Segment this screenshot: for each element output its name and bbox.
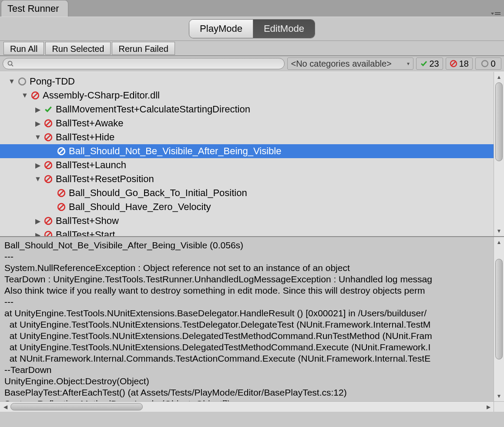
fail-icon xyxy=(44,216,53,226)
expand-arrow-icon[interactable]: ▶ xyxy=(34,105,42,114)
tree-row[interactable]: ▼BallTest+Hide xyxy=(0,130,504,144)
scroll-corner xyxy=(494,401,504,412)
tree-row[interactable]: ▶BallTest+Start xyxy=(0,228,504,236)
tab-bar: Test Runner xyxy=(0,0,504,17)
expand-arrow-icon[interactable]: ▼ xyxy=(34,175,42,183)
tree-item-label: BallMovementTest+CalculateStartingDirect… xyxy=(56,104,250,115)
tree-row[interactable]: Ball_Should_Not_Be_Visibile_After_Being_… xyxy=(0,144,504,158)
svg-line-18 xyxy=(46,163,50,167)
svg-rect-1 xyxy=(495,12,501,13)
run-all-button[interactable]: Run All xyxy=(3,42,44,55)
test-details[interactable]: Ball_Should_Not_Be_Visibile_After_Being_… xyxy=(0,237,504,412)
test-tree[interactable]: ▼Pong-TDD▼Assembly-CSharp-Editor.dll▶Bal… xyxy=(0,72,504,236)
svg-line-26 xyxy=(46,218,50,223)
expand-arrow-icon[interactable]: ▼ xyxy=(34,133,42,141)
search-input[interactable] xyxy=(16,59,280,68)
dropdown-arrow-icon: ▾ xyxy=(407,61,410,67)
tree-row[interactable]: ▼Assembly-CSharp-Editor.dll xyxy=(0,88,504,102)
window-tab-test-runner[interactable]: Test Runner xyxy=(1,0,68,17)
svg-line-4 xyxy=(12,65,13,67)
categories-dropdown[interactable]: <No categories available> ▾ xyxy=(287,58,413,70)
expand-arrow-icon[interactable]: ▶ xyxy=(34,119,42,128)
expand-arrow-icon[interactable]: ▶ xyxy=(34,217,42,225)
tree-row[interactable]: ▶BallTest+Awake xyxy=(0,116,504,130)
mode-toggle: PlayMode EditMode xyxy=(189,19,315,38)
tree-item-label: BallTest+Start xyxy=(56,229,115,236)
window-title: Test Runner xyxy=(7,3,59,14)
tree-item-label: BallTest+Launch xyxy=(56,159,126,171)
details-hscrollbar[interactable]: ◀ ▶ xyxy=(0,401,494,412)
tab-options-icon[interactable] xyxy=(491,11,501,16)
svg-point-3 xyxy=(8,61,12,65)
tree-item-label: Assembly-CSharp-Editor.dll xyxy=(43,90,160,101)
fail-count-box[interactable]: 18 xyxy=(446,58,473,70)
pass-icon xyxy=(420,60,428,68)
run-row: Run All Run Selected Rerun Failed xyxy=(0,41,504,56)
svg-marker-0 xyxy=(491,13,494,15)
expand-arrow-icon[interactable]: ▶ xyxy=(34,161,42,169)
pass-count-box[interactable]: 23 xyxy=(416,58,443,70)
svg-line-12 xyxy=(46,121,50,125)
categories-label: <No categories available> xyxy=(291,59,392,69)
search-field[interactable] xyxy=(3,58,285,69)
fail-icon xyxy=(44,230,53,236)
pending-count: 0 xyxy=(491,59,495,69)
tree-row[interactable]: ▶BallTest+Show xyxy=(0,214,504,228)
tree-row[interactable]: Ball_Should_Go_Back_To_Initial_Position xyxy=(0,186,504,200)
fail-icon xyxy=(450,60,457,68)
tree-item-label: Ball_Should_Go_Back_To_Initial_Position xyxy=(69,187,247,199)
scroll-right-icon[interactable]: ▶ xyxy=(483,402,494,412)
svg-line-24 xyxy=(59,204,64,209)
svg-rect-2 xyxy=(495,14,501,15)
expand-arrow-icon[interactable]: ▶ xyxy=(34,231,42,237)
rerun-failed-button[interactable]: Rerun Failed xyxy=(112,42,175,55)
tree-row[interactable]: Ball_Should_Have_Zero_Velocity xyxy=(0,200,504,214)
tree-item-label: BallTest+Show xyxy=(56,215,119,227)
fail-icon xyxy=(44,132,53,142)
mode-row: PlayMode EditMode xyxy=(0,17,504,41)
scroll-up-icon[interactable]: ▲ xyxy=(494,237,504,247)
svg-line-22 xyxy=(59,190,64,195)
tree-row[interactable]: ▶BallTest+Launch xyxy=(0,158,504,172)
tree-wrapper: ▼Pong-TDD▼Assembly-CSharp-Editor.dll▶Bal… xyxy=(0,71,504,236)
svg-line-28 xyxy=(46,232,50,236)
editmode-button[interactable]: EditMode xyxy=(253,20,315,38)
svg-line-14 xyxy=(46,135,50,139)
tree-row[interactable]: ▶BallMovementTest+CalculateStartingDirec… xyxy=(0,102,504,116)
scroll-down-icon[interactable]: ▼ xyxy=(494,226,504,236)
tree-item-label: BallTest+Awake xyxy=(56,118,124,129)
tree-item-label: Ball_Should_Have_Zero_Velocity xyxy=(69,201,211,213)
details-vscrollbar[interactable]: ▲ ▼ xyxy=(494,237,504,401)
run-selected-button[interactable]: Run Selected xyxy=(45,42,111,55)
tree-item-label: Ball_Should_Not_Be_Visibile_After_Being_… xyxy=(69,146,281,157)
fail-icon xyxy=(44,119,53,128)
fail-icon xyxy=(44,160,53,170)
filter-row: <No categories available> ▾ 23 18 0 xyxy=(0,56,504,71)
search-icon xyxy=(7,61,13,67)
expand-arrow-icon[interactable]: ▼ xyxy=(8,78,16,85)
scroll-left-icon[interactable]: ◀ xyxy=(0,402,10,412)
neutral-icon xyxy=(17,77,27,86)
svg-point-8 xyxy=(19,78,26,85)
expand-arrow-icon[interactable]: ▼ xyxy=(21,92,29,99)
scroll-up-icon[interactable]: ▲ xyxy=(494,72,504,82)
pending-count-box[interactable]: 0 xyxy=(475,58,501,70)
tree-item-label: BallTest+ResetPosition xyxy=(56,173,154,185)
fail-icon xyxy=(57,188,66,198)
svg-point-7 xyxy=(482,61,488,67)
tree-row[interactable]: ▼Pong-TDD xyxy=(0,75,504,88)
pending-icon xyxy=(481,60,489,68)
svg-line-16 xyxy=(59,149,64,153)
playmode-button[interactable]: PlayMode xyxy=(189,20,253,38)
tree-scrollbar[interactable]: ▲ ▼ xyxy=(494,72,504,236)
svg-line-10 xyxy=(33,93,37,98)
fail-count: 18 xyxy=(459,59,469,69)
tree-row[interactable]: ▼BallTest+ResetPosition xyxy=(0,172,504,186)
tree-item-label: BallTest+Hide xyxy=(56,132,114,143)
pass-icon xyxy=(44,105,53,114)
fail-icon xyxy=(57,202,66,212)
scroll-down-icon[interactable]: ▼ xyxy=(494,391,504,401)
details-wrapper: Ball_Should_Not_Be_Visibile_After_Being_… xyxy=(0,236,504,412)
svg-line-6 xyxy=(451,61,456,66)
fail-icon xyxy=(30,91,40,100)
